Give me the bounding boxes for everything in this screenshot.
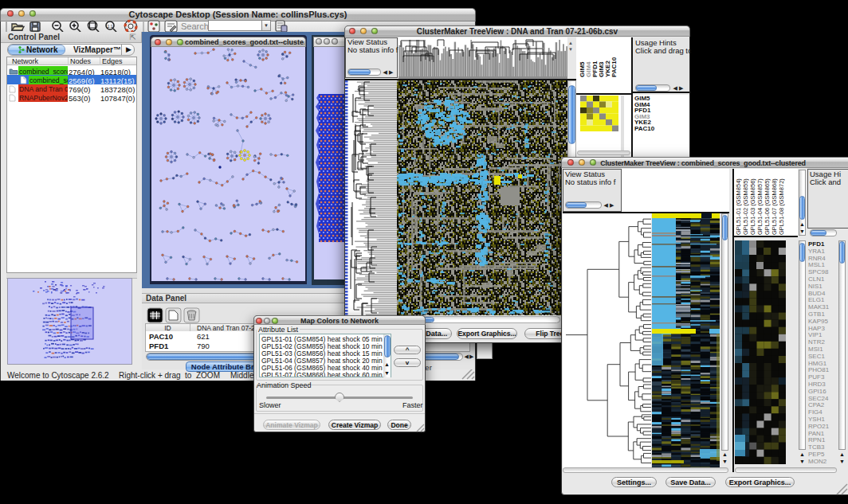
svg-text:1:1: 1:1	[108, 24, 113, 29]
